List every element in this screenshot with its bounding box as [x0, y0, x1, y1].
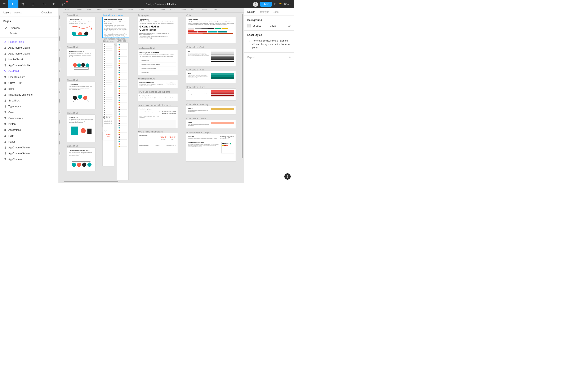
color-hex[interactable]: E5E5E5 — [253, 24, 261, 27]
comment-icon — [62, 2, 65, 6]
background-color-row[interactable]: E5E5E5 100% — [247, 24, 291, 27]
add-export-button[interactable]: + — [289, 55, 291, 59]
layer-item[interactable]: Typography — [0, 104, 59, 109]
chevron-down-icon: ▾ — [175, 3, 176, 5]
frame-label[interactable]: How to make smart quotes — [138, 131, 177, 133]
svg-point-6 — [73, 63, 77, 67]
frame-icon — [3, 64, 6, 67]
layer-item[interactable]: AppChrome/Admin — [0, 145, 59, 151]
frame-label[interactable]: Gusto UI kit — [67, 112, 95, 114]
frame-label[interactable]: Color palette - Salt — [186, 46, 235, 48]
color-opacity[interactable]: 100% — [270, 24, 276, 27]
page-switcher[interactable]: Overview ⌃ — [41, 11, 55, 14]
layer-item[interactable]: AppChrome/Mobile — [0, 51, 59, 57]
color-swatch[interactable] — [247, 24, 251, 27]
frame-label[interactable]: How to make numbers look good i… — [138, 104, 177, 106]
ruler-horizontal: -10500-10000-9500-9000-8500-8000-7500-70… — [63, 8, 244, 13]
svg-point-11 — [73, 96, 77, 100]
page-item[interactable]: ✓Overview — [0, 25, 59, 31]
frame-label[interactable]: Color palette - Guava — [186, 117, 235, 120]
shape-tool-button[interactable]: ▾ — [29, 0, 38, 8]
frame-icon — [3, 123, 6, 126]
svg-point-21 — [289, 26, 289, 26]
scrollbar-vertical[interactable] — [241, 13, 244, 181]
frame-label[interactable]: Icons — [103, 40, 114, 42]
chevron-down-icon: ▾ — [289, 3, 291, 6]
frame-label[interactable]: Gusto UI kit — [67, 14, 95, 16]
chevron-down-icon: ▾ — [45, 3, 46, 5]
code-tab[interactable]: Code — [273, 10, 279, 13]
assets-tab[interactable]: Assets — [14, 11, 22, 14]
frame-label[interactable]: Headings and text — [138, 77, 177, 80]
frame-label[interactable]: Color palette - Kale — [186, 69, 235, 71]
missing-fonts-button[interactable]: A? — [279, 3, 282, 6]
svg-point-20 — [87, 162, 91, 167]
main-menu-button[interactable] — [0, 0, 8, 8]
chevron-up-icon: ⌃ — [53, 11, 55, 14]
layer-item[interactable]: Email template — [0, 74, 59, 80]
layer-item[interactable]: Form — [0, 133, 59, 139]
layer-item[interactable]: Button — [0, 121, 59, 127]
frame-icon — [21, 3, 24, 6]
frame-label[interactable]: Avatars — [103, 116, 114, 118]
layer-item[interactable]: AppChrome/Mobile — [0, 62, 59, 68]
design-tab[interactable]: Design — [247, 10, 255, 13]
visibility-icon[interactable] — [288, 24, 291, 27]
layer-item[interactable]: Illustrations and icons — [0, 92, 59, 98]
frame-label[interactable]: Color — [186, 14, 235, 16]
frame-label[interactable]: How to use color in Figma — [186, 131, 235, 134]
layer-item[interactable]: Icons — [0, 86, 59, 92]
page-item[interactable]: ✓Assets — [0, 31, 59, 36]
pen-tool-button[interactable]: ▾ — [38, 0, 49, 8]
layer-item[interactable]: Accordions — [0, 127, 59, 133]
frame-label[interactable]: Logos — [103, 129, 114, 131]
export-section[interactable]: Export + — [247, 55, 291, 59]
frame-icon — [3, 105, 6, 108]
frame-label[interactable]: Gusto UI kit — [67, 145, 95, 147]
left-panel: Layers Assets Overview ⌃ Pages + ✓Overvi… — [0, 8, 59, 183]
frame-label[interactable]: How to use the text panel in Figma — [138, 91, 177, 93]
share-button[interactable]: Share — [260, 2, 272, 7]
frame-label[interactable]: Illustrations and icons — [103, 14, 129, 16]
svg-point-2 — [72, 32, 76, 36]
layer-item[interactable]: Components — [0, 115, 59, 121]
present-button[interactable] — [274, 3, 276, 6]
help-button[interactable]: ? — [284, 173, 291, 180]
layer-item[interactable]: Header/Title 1 — [0, 39, 59, 45]
layers-tab[interactable]: Layers — [3, 11, 11, 14]
layer-list[interactable]: Header/Title 1AppChrome/MobileAppChrome/… — [0, 39, 59, 183]
layer-item[interactable]: Small illos — [0, 98, 59, 104]
file-name: UI Kit — [167, 3, 174, 6]
layer-item[interactable]: AppChrome — [0, 156, 59, 162]
layer-item[interactable]: Mobile/Email — [0, 57, 59, 62]
text-tool-button[interactable]: T — [49, 0, 59, 8]
layer-item[interactable]: AppChrome/Admin — [0, 151, 59, 156]
frame-tool-button[interactable]: ▾ — [18, 0, 29, 8]
svg-point-15 — [81, 128, 86, 133]
layer-item[interactable]: Card/Well — [0, 68, 59, 74]
frame-label[interactable]: Gusto UI kit — [67, 79, 95, 81]
zoom-control[interactable]: 12% ▾ — [284, 3, 291, 6]
frame-label[interactable]: Headings and text — [138, 47, 177, 49]
comment-tool-button[interactable] — [59, 0, 69, 8]
layer-item[interactable]: Color — [0, 109, 59, 115]
add-page-button[interactable]: + — [53, 19, 55, 23]
frame-icon — [3, 129, 6, 131]
scrollbar-horizontal[interactable] — [63, 181, 244, 183]
move-tool-button[interactable]: ▾ — [8, 0, 18, 8]
frame-label[interactable]: Small illos — [117, 40, 128, 42]
canvas[interactable]: -10500-10000-9500-9000-8500-8000-7500-70… — [59, 8, 244, 183]
prototype-tab[interactable]: Prototype — [258, 10, 269, 13]
file-title[interactable]: Design System / UI Kit ▾ — [69, 3, 253, 6]
frame-label[interactable]: Color palette - Error — [186, 86, 235, 88]
hamburger-icon — [2, 2, 6, 6]
frame-label[interactable]: Typography — [138, 14, 177, 16]
svg-point-1 — [255, 2, 256, 4]
layer-item[interactable]: Gusto UI kit — [0, 80, 59, 86]
svg-rect-0 — [32, 3, 34, 5]
frame-label[interactable]: Gusto UI kit — [67, 46, 95, 48]
frame-label[interactable]: Color palette - Warning — [186, 103, 235, 106]
layer-item[interactable]: Panel — [0, 139, 59, 145]
layer-item[interactable]: AppChrome/Mobile — [0, 45, 59, 51]
user-avatar[interactable] — [253, 2, 258, 7]
